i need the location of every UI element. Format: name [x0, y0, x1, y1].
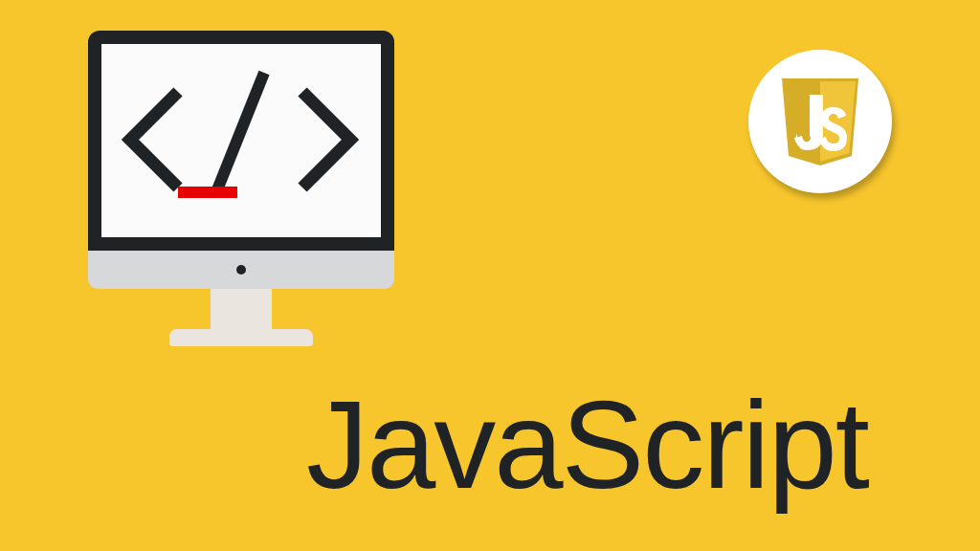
monitor-illustration	[88, 31, 394, 346]
js-logo-badge	[748, 50, 892, 193]
code-bracket-icon	[101, 44, 381, 237]
js-shield-icon	[777, 74, 863, 169]
monitor-screen	[88, 31, 394, 251]
svg-line-0	[216, 73, 264, 192]
monitor-chin	[88, 251, 394, 289]
monitor-neck	[211, 289, 272, 329]
monitor-base	[169, 329, 313, 346]
monitor-camera-dot	[236, 265, 246, 275]
page-title: JavaScript	[306, 373, 868, 517]
